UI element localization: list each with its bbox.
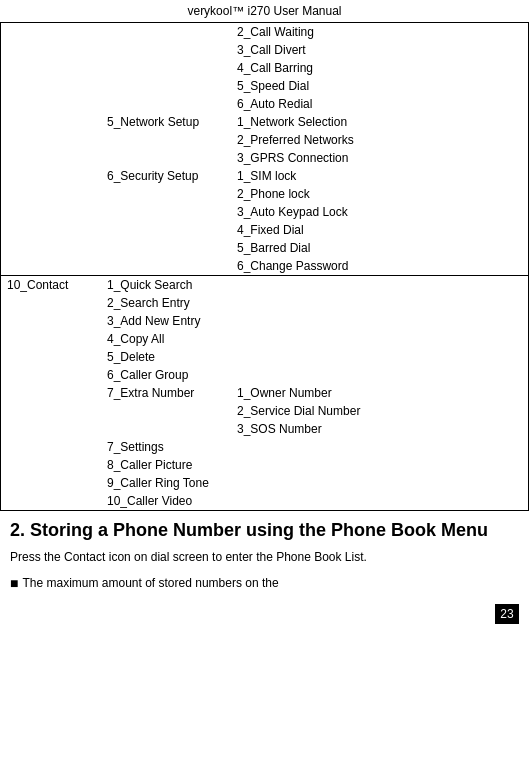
section-heading: 2. Storing a Phone Number using the Phon… — [0, 511, 529, 570]
col-main-contact: 10_Contact — [1, 276, 101, 295]
col-sub2-14: 6_Change Password — [231, 257, 528, 276]
col-sub2-c9: 3_SOS Number — [231, 420, 528, 438]
col-main-5 — [1, 95, 101, 113]
col-sub2-7: 2_Preferred Networks — [231, 131, 528, 149]
col-sub2-2: 3_Call Divert — [231, 41, 528, 59]
col-main-c8 — [1, 402, 101, 420]
col-sub2-4: 5_Speed Dial — [231, 77, 528, 95]
col-sub2-3: 4_Call Barring — [231, 59, 528, 77]
col-sub2-c2 — [231, 294, 528, 312]
col-sub-3 — [101, 59, 231, 77]
col-sub-c13: 10_Caller Video — [101, 492, 231, 510]
col-main-12 — [1, 221, 101, 239]
col-main-4 — [1, 77, 101, 95]
bullet-item-1: ■ The maximum amount of stored numbers o… — [0, 570, 529, 598]
col-main-11 — [1, 203, 101, 221]
col-sub2-11: 3_Auto Keypad Lock — [231, 203, 528, 221]
table-row: 2_Phone lock — [1, 185, 528, 203]
col-sub2-10: 2_Phone lock — [231, 185, 528, 203]
col-sub2-c13 — [231, 492, 528, 510]
col-main-1 — [1, 23, 101, 41]
table-row: 3_Call Divert — [1, 41, 528, 59]
table-row: 3_SOS Number — [1, 420, 528, 438]
col-sub-c3: 3_Add New Entry — [101, 312, 231, 330]
col-sub2-contact1 — [231, 276, 528, 295]
table-row: 2_Preferred Networks — [1, 131, 528, 149]
col-sub2-c5 — [231, 348, 528, 366]
section-title: 2. Storing a Phone Number using the Phon… — [10, 519, 519, 542]
col-sub-contact1: 1_Quick Search — [101, 276, 231, 295]
col-sub-10 — [101, 185, 231, 203]
table-row: 10_Contact 1_Quick Search — [1, 276, 528, 295]
bullet-icon: ■ — [10, 574, 18, 594]
col-sub-7 — [101, 131, 231, 149]
col-sub2-c4 — [231, 330, 528, 348]
col-main-2 — [1, 41, 101, 59]
col-main-c7 — [1, 384, 101, 402]
col-sub-c12: 9_Caller Ring Tone — [101, 474, 231, 492]
col-main-c10 — [1, 438, 101, 456]
table-row: 7_Settings — [1, 438, 528, 456]
table-row: 5_Speed Dial — [1, 77, 528, 95]
col-sub-11 — [101, 203, 231, 221]
table-row: 8_Caller Picture — [1, 456, 528, 474]
table-row: 5_Network Setup 1_Network Selection — [1, 113, 528, 131]
col-sub2-c11 — [231, 456, 528, 474]
col-sub-6: 5_Network Setup — [101, 113, 231, 131]
col-sub2-8: 3_GPRS Connection — [231, 149, 528, 167]
table-row: 3_GPRS Connection — [1, 149, 528, 167]
col-main-c3 — [1, 312, 101, 330]
col-sub2-c6 — [231, 366, 528, 384]
col-sub2-1: 2_Call Waiting — [231, 23, 528, 41]
col-sub-c6: 6_Caller Group — [101, 366, 231, 384]
col-sub-c10: 7_Settings — [101, 438, 231, 456]
col-main-c11 — [1, 456, 101, 474]
col-sub-13 — [101, 239, 231, 257]
col-sub2-c8: 2_Service Dial Number — [231, 402, 528, 420]
table-row: 6_Security Setup 1_SIM lock — [1, 167, 528, 185]
table-row: 2_Search Entry — [1, 294, 528, 312]
col-main-3 — [1, 59, 101, 77]
table-row: 2_Call Waiting — [1, 23, 528, 41]
col-sub2-13: 5_Barred Dial — [231, 239, 528, 257]
col-main-c5 — [1, 348, 101, 366]
col-sub-9: 6_Security Setup — [101, 167, 231, 185]
col-main-7 — [1, 131, 101, 149]
col-main-c9 — [1, 420, 101, 438]
header-title: verykool™ i270 User Manual — [187, 4, 341, 18]
col-main-c6 — [1, 366, 101, 384]
col-sub2-6: 1_Network Selection — [231, 113, 528, 131]
col-main-6 — [1, 113, 101, 131]
col-sub2-9: 1_SIM lock — [231, 167, 528, 185]
table-row: 4_Call Barring — [1, 59, 528, 77]
col-sub2-c12 — [231, 474, 528, 492]
col-sub-4 — [101, 77, 231, 95]
table-row: 6_Change Password — [1, 257, 528, 276]
table-row: 7_Extra Number 1_Owner Number — [1, 384, 528, 402]
page-number: 23 — [495, 604, 519, 624]
col-sub-8 — [101, 149, 231, 167]
col-main-c13 — [1, 492, 101, 510]
col-main-10 — [1, 185, 101, 203]
table-row: 6_Caller Group — [1, 366, 528, 384]
col-sub-c4: 4_Copy All — [101, 330, 231, 348]
col-sub2-c10 — [231, 438, 528, 456]
table-row: 4_Fixed Dial — [1, 221, 528, 239]
col-sub-c7: 7_Extra Number — [101, 384, 231, 402]
col-sub2-c7: 1_Owner Number — [231, 384, 528, 402]
col-sub2-5: 6_Auto Redial — [231, 95, 528, 113]
table-row: 6_Auto Redial — [1, 95, 528, 113]
table-row: 2_Service Dial Number — [1, 402, 528, 420]
page-header: verykool™ i270 User Manual — [0, 0, 529, 23]
table-row: 10_Caller Video — [1, 492, 528, 510]
col-sub-c5: 5_Delete — [101, 348, 231, 366]
section-para1: Press the Contact icon on dial screen to… — [10, 548, 519, 566]
col-sub-12 — [101, 221, 231, 239]
col-sub2-c3 — [231, 312, 528, 330]
col-main-c12 — [1, 474, 101, 492]
table-row: 3_Add New Entry — [1, 312, 528, 330]
col-sub-14 — [101, 257, 231, 276]
table-row: 5_Delete — [1, 348, 528, 366]
table-row: 3_Auto Keypad Lock — [1, 203, 528, 221]
col-sub-5 — [101, 95, 231, 113]
